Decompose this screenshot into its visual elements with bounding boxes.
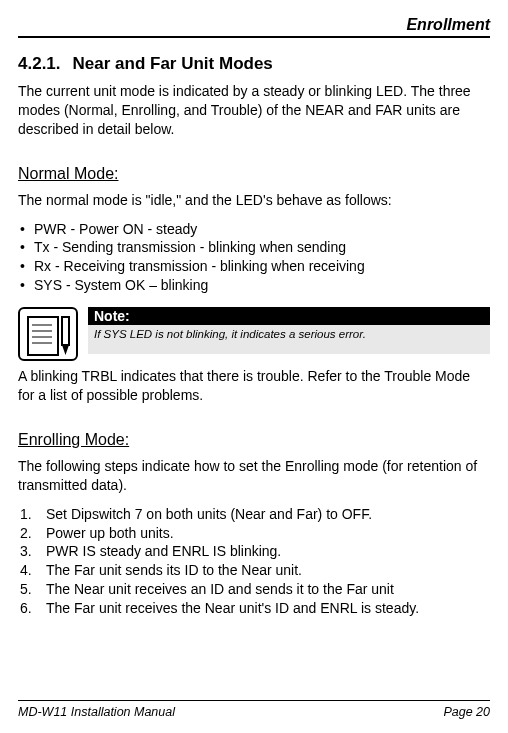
- section-number: 4.2.1.: [18, 54, 61, 74]
- list-item: 1.Set Dipswitch 7 on both units (Near an…: [20, 505, 490, 524]
- normal-desc: The normal mode is "idle," and the LED's…: [18, 191, 490, 210]
- page-footer: MD-W11 Installation Manual Page 20: [18, 700, 490, 719]
- enrolling-heading: Enrolling Mode:: [18, 431, 490, 449]
- step-number: 4.: [20, 561, 46, 580]
- footer-right: Page 20: [443, 705, 490, 719]
- note-content: Note: If SYS LED is not blinking, it ind…: [88, 307, 490, 361]
- note-block: Note: If SYS LED is not blinking, it ind…: [18, 307, 490, 361]
- list-item: 6.The Far unit receives the Near unit's …: [20, 599, 490, 618]
- bullet-icon: •: [20, 220, 34, 239]
- list-item: •PWR - Power ON - steady: [20, 220, 490, 239]
- list-item: •Tx - Sending transmission - blinking wh…: [20, 238, 490, 257]
- step-number: 6.: [20, 599, 46, 618]
- list-item: •Rx - Receiving transmission - blinking …: [20, 257, 490, 276]
- step-text: Power up both units.: [46, 524, 174, 543]
- trbl-text: A blinking TRBL indicates that there is …: [18, 367, 490, 405]
- note-label: Note:: [88, 307, 490, 325]
- step-number: 3.: [20, 542, 46, 561]
- step-number: 5.: [20, 580, 46, 599]
- step-text: The Far unit receives the Near unit's ID…: [46, 599, 419, 618]
- normal-bullets: •PWR - Power ON - steady •Tx - Sending t…: [18, 220, 490, 296]
- svg-marker-6: [62, 345, 69, 355]
- step-text: The Near unit receives an ID and sends i…: [46, 580, 394, 599]
- bullet-text: SYS - System OK – blinking: [34, 276, 208, 295]
- list-item: 3.PWR IS steady and ENRL IS blinking.: [20, 542, 490, 561]
- section-heading: 4.2.1. Near and Far Unit Modes: [18, 54, 490, 74]
- bullet-text: PWR - Power ON - steady: [34, 220, 197, 239]
- step-number: 1.: [20, 505, 46, 524]
- step-text: The Far unit sends its ID to the Near un…: [46, 561, 302, 580]
- header-chapter: Enrollment: [18, 16, 490, 34]
- bullet-icon: •: [20, 238, 34, 257]
- svg-rect-0: [28, 317, 58, 355]
- step-text: PWR IS steady and ENRL IS blinking.: [46, 542, 281, 561]
- normal-heading: Normal Mode:: [18, 165, 490, 183]
- list-item: 5.The Near unit receives an ID and sends…: [20, 580, 490, 599]
- list-item: 4.The Far unit sends its ID to the Near …: [20, 561, 490, 580]
- section-title: Near and Far Unit Modes: [73, 54, 273, 74]
- note-body: If SYS LED is not blinking, it indicates…: [88, 325, 490, 354]
- enrolling-steps: 1.Set Dipswitch 7 on both units (Near an…: [18, 505, 490, 618]
- footer-rule: [18, 700, 490, 701]
- enrolling-desc: The following steps indicate how to set …: [18, 457, 490, 495]
- svg-rect-5: [62, 317, 69, 345]
- header-rule: [18, 36, 490, 38]
- bullet-text: Rx - Receiving transmission - blinking w…: [34, 257, 365, 276]
- list-item: •SYS - System OK – blinking: [20, 276, 490, 295]
- step-text: Set Dipswitch 7 on both units (Near and …: [46, 505, 372, 524]
- step-number: 2.: [20, 524, 46, 543]
- notepad-icon: [18, 307, 78, 361]
- list-item: 2.Power up both units.: [20, 524, 490, 543]
- bullet-icon: •: [20, 257, 34, 276]
- section-intro: The current unit mode is indicated by a …: [18, 82, 490, 139]
- bullet-text: Tx - Sending transmission - blinking whe…: [34, 238, 346, 257]
- footer-left: MD-W11 Installation Manual: [18, 705, 175, 719]
- bullet-icon: •: [20, 276, 34, 295]
